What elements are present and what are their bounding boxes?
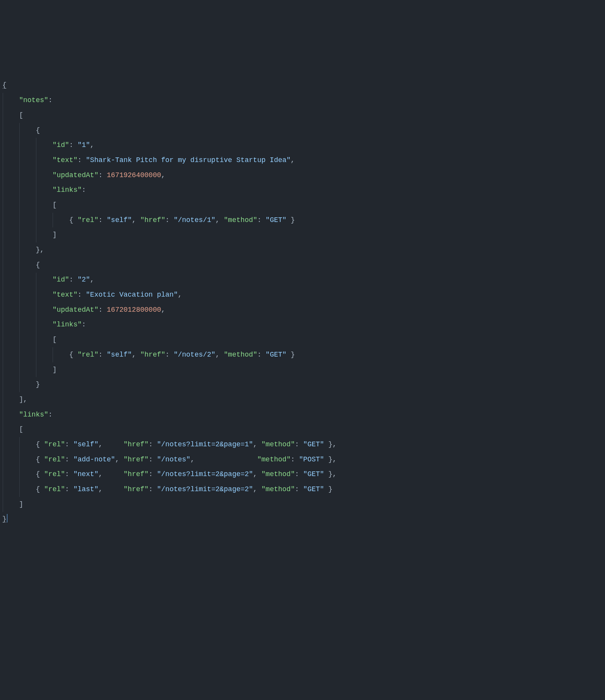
note1-id: "1": [77, 141, 90, 149]
brace-open: {: [2, 81, 7, 89]
note1-updatedAt: 1671926400000: [107, 171, 161, 179]
toplink1-rel: "add-note": [73, 456, 115, 463]
note2-link-method: "GET": [266, 351, 287, 359]
key-updatedAt: "updatedAt": [53, 171, 99, 179]
key-id: "id": [53, 141, 69, 149]
note1-link-method: "GET": [266, 216, 287, 224]
note2-id: "2": [77, 276, 90, 283]
key-notes: "notes": [19, 96, 48, 104]
toplink3-href: "/notes?limit=2&page=2": [157, 485, 253, 493]
toplink1-href: "/notes": [157, 456, 190, 463]
note1-link-href: "/notes/1": [174, 216, 215, 224]
toplink3-method: "GET": [303, 485, 324, 493]
toplink0-method: "GET": [303, 440, 324, 448]
toplink0-rel: "self": [73, 440, 99, 448]
brace-close: }: [2, 515, 7, 523]
note2-link-rel: "self": [107, 351, 132, 359]
note2-link-href: "/notes/2": [174, 351, 215, 359]
json-code-block: { "notes": [ { "id": "1", "text": "Shark…: [2, 63, 602, 542]
note1-text: "Shark-Tank Pitch for my disruptive Star…: [86, 156, 291, 164]
toplink2-method: "GET": [303, 470, 324, 478]
key-links-top: "links": [19, 411, 48, 418]
note2-updatedAt: 1672012800000: [107, 306, 161, 314]
toplink0-href: "/notes?limit=2&page=1": [157, 440, 253, 448]
toplink3-rel: "last": [73, 485, 99, 493]
text-cursor: [7, 514, 7, 522]
key-text: "text": [53, 156, 78, 164]
key-links: "links": [53, 186, 82, 194]
toplink1-method: "POST": [299, 456, 324, 463]
note2-text: "Exotic Vacation plan": [86, 291, 178, 299]
note1-link-rel: "self": [107, 216, 132, 224]
toplink2-rel: "next": [73, 470, 99, 478]
json-source: { "notes": [ { "id": "1", "text": "Shark…: [2, 78, 602, 527]
toplink2-href: "/notes?limit=2&page=2": [157, 470, 253, 478]
